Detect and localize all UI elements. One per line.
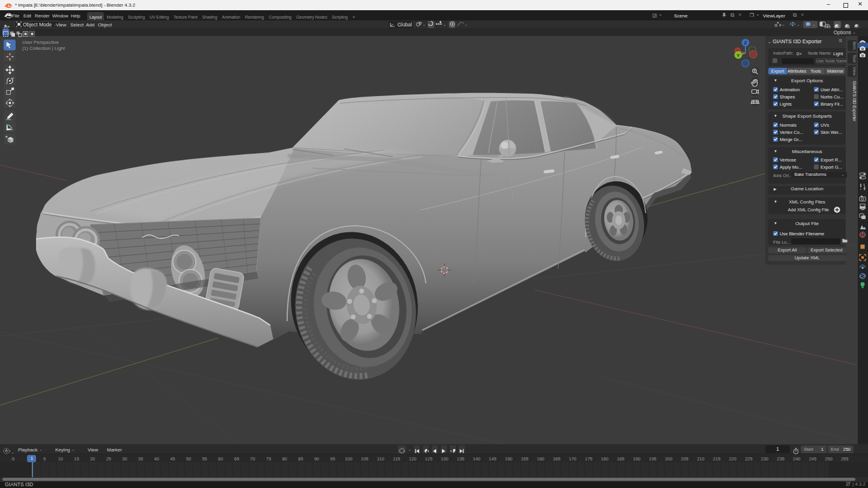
svg-text:Y: Y [736,53,740,58]
svg-text:Z: Z [744,40,747,46]
